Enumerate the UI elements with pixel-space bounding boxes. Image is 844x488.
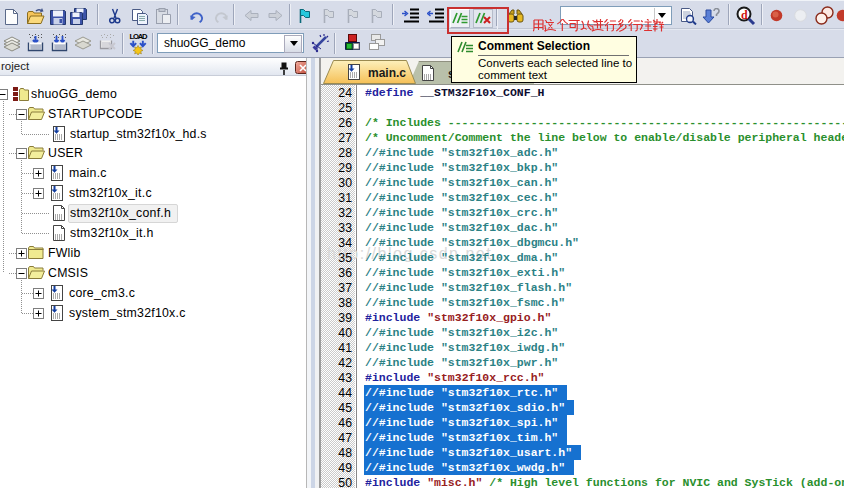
svg-text:LOAD: LOAD — [129, 32, 148, 41]
svg-text:d: d — [741, 8, 748, 22]
